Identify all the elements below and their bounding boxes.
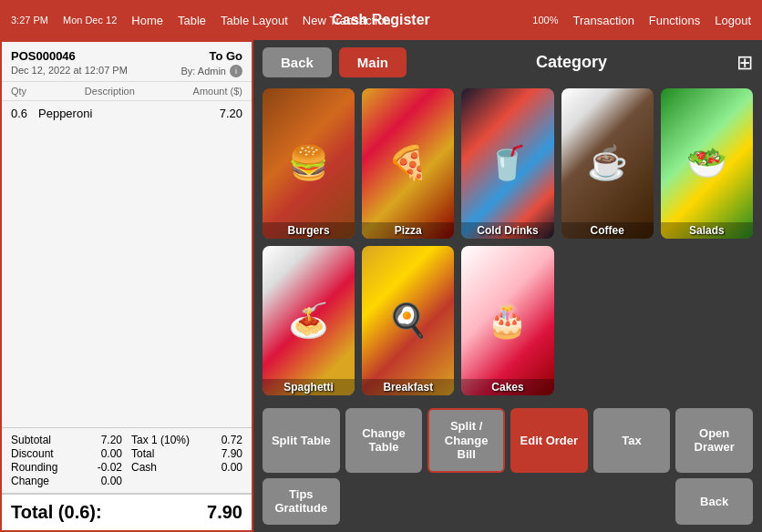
category-burgers-label: Burgers bbox=[263, 222, 355, 239]
edit-order-button[interactable]: Edit Order bbox=[510, 408, 588, 473]
order-date: Dec 12, 2022 at 12:07 PM bbox=[11, 65, 128, 77]
discount-value: 0.00 bbox=[101, 447, 122, 460]
back-button[interactable]: Back bbox=[263, 47, 332, 77]
category-grid: 🍔 Burgers 🍕 Pizza 🥤 Cold Drinks ☕ Coffee… bbox=[253, 85, 762, 403]
item-desc: Pepperoni bbox=[38, 107, 220, 120]
category-title: Category bbox=[414, 53, 729, 72]
split-table-button[interactable]: Split Table bbox=[263, 408, 340, 473]
cash-value: 0.00 bbox=[221, 461, 242, 474]
category-item-cakes[interactable]: 🎂 Cakes bbox=[461, 246, 553, 396]
order-panel: POS000046 To Go Dec 12, 2022 at 12:07 PM… bbox=[0, 40, 253, 532]
category-spaghetti-label: Spaghetti bbox=[263, 379, 355, 395]
category-item-breakfast[interactable]: 🍳 Breakfast bbox=[362, 246, 454, 396]
app-title: Cash Register bbox=[332, 12, 430, 28]
category-coffee-label: Coffee bbox=[561, 222, 654, 239]
burgers-image: 🍔 bbox=[263, 88, 355, 239]
category-item-burgers[interactable]: 🍔 Burgers bbox=[263, 88, 355, 239]
bottom-buttons-row2: Tips Gratitude Back bbox=[253, 478, 762, 532]
grand-total-label: Total (0.6): bbox=[11, 502, 102, 523]
change-value: 0.00 bbox=[101, 475, 122, 487]
table-layout-link[interactable]: Table Layout bbox=[221, 14, 288, 27]
cold-drinks-image: 🥤 bbox=[461, 88, 553, 239]
spaghetti-image: 🍝 bbox=[263, 246, 355, 396]
total-label: Total bbox=[131, 447, 154, 460]
action-bar: Back Main Category ⊞ bbox=[253, 40, 762, 85]
order-totals: Subtotal 7.20 Tax 1 (10%) 0.72 Discount … bbox=[2, 427, 252, 493]
grand-total-value: 7.90 bbox=[207, 502, 242, 523]
category-item-cold-drinks[interactable]: 🥤 Cold Drinks bbox=[461, 88, 553, 239]
item-qty: 0.6 bbox=[11, 107, 38, 120]
tax-button[interactable]: Tax bbox=[593, 408, 671, 473]
pizza-image: 🍕 bbox=[362, 88, 454, 239]
home-link[interactable]: Home bbox=[131, 14, 163, 27]
main-layout: POS000046 To Go Dec 12, 2022 at 12:07 PM… bbox=[0, 40, 762, 532]
scan-icon[interactable]: ⊞ bbox=[736, 51, 753, 75]
category-cakes-label: Cakes bbox=[461, 379, 553, 395]
tax-value: 0.72 bbox=[221, 434, 242, 446]
category-item-salads[interactable]: 🥗 Salads bbox=[661, 88, 753, 239]
bottom-buttons-row1: Split Table Change Table Split / Change … bbox=[253, 403, 762, 478]
col-qty: Qty bbox=[11, 86, 26, 97]
tax-label: Tax 1 (10%) bbox=[131, 434, 190, 446]
category-pizza-label: Pizza bbox=[362, 222, 454, 239]
category-item-pizza[interactable]: 🍕 Pizza bbox=[362, 88, 454, 239]
logout-link[interactable]: Logout bbox=[715, 14, 751, 27]
category-item-spaghetti[interactable]: 🍝 Spaghetti bbox=[263, 246, 355, 396]
order-columns: Qty Description Amount ($) bbox=[2, 82, 252, 101]
breakfast-image: 🍳 bbox=[362, 246, 454, 396]
col-desc: Description bbox=[85, 86, 135, 97]
item-amount: 7.20 bbox=[220, 107, 242, 120]
grand-total: Total (0.6): 7.90 bbox=[2, 493, 252, 530]
rounding-label: Rounding bbox=[11, 461, 57, 474]
back-bottom-button[interactable]: Back bbox=[675, 478, 753, 525]
battery-display: 100% bbox=[532, 15, 558, 26]
category-breakfast-label: Breakfast bbox=[362, 379, 454, 395]
discount-label: Discount bbox=[11, 447, 54, 460]
order-type: To Go bbox=[209, 49, 242, 63]
rounding-value: -0.02 bbox=[98, 461, 122, 474]
tips-gratitude-button[interactable]: Tips Gratitude bbox=[263, 478, 340, 525]
salads-image: 🥗 bbox=[661, 88, 753, 239]
category-cold-drinks-label: Cold Drinks bbox=[461, 222, 553, 239]
right-panel: Back Main Category ⊞ 🍔 Burgers 🍕 Pizza 🥤… bbox=[253, 40, 762, 532]
change-table-button[interactable]: Change Table bbox=[345, 408, 423, 473]
info-icon[interactable]: i bbox=[230, 65, 242, 77]
date-display: Mon Dec 12 bbox=[63, 15, 117, 26]
transaction-link[interactable]: Transaction bbox=[572, 14, 633, 27]
functions-link[interactable]: Functions bbox=[649, 14, 700, 27]
top-bar: 3:27 PM Mon Dec 12 Home Table Table Layo… bbox=[0, 0, 762, 40]
time-display: 3:27 PM bbox=[11, 15, 48, 26]
order-item: 0.6 Pepperoni 7.20 bbox=[11, 107, 242, 120]
main-button[interactable]: Main bbox=[339, 47, 407, 77]
split-change-bill-button[interactable]: Split / Change Bill bbox=[427, 408, 505, 473]
col-amount: Amount ($) bbox=[193, 86, 242, 97]
coffee-image: ☕ bbox=[561, 88, 654, 239]
order-items-list: 0.6 Pepperoni 7.20 bbox=[2, 101, 252, 427]
order-header: POS000046 To Go Dec 12, 2022 at 12:07 PM… bbox=[2, 42, 252, 82]
subtotal-label: Subtotal bbox=[11, 434, 51, 446]
order-id: POS000046 bbox=[11, 49, 76, 63]
cash-label: Cash bbox=[131, 461, 157, 474]
cakes-image: 🎂 bbox=[461, 246, 553, 396]
category-salads-label: Salads bbox=[661, 222, 753, 239]
total-value: 7.90 bbox=[221, 447, 242, 460]
subtotal-value: 7.20 bbox=[101, 434, 122, 446]
table-link[interactable]: Table bbox=[178, 14, 206, 27]
order-by: By: Admin bbox=[180, 66, 226, 77]
open-drawer-button[interactable]: Open Drawer bbox=[675, 408, 753, 473]
category-item-coffee[interactable]: ☕ Coffee bbox=[561, 88, 654, 239]
change-label: Change bbox=[11, 475, 49, 487]
